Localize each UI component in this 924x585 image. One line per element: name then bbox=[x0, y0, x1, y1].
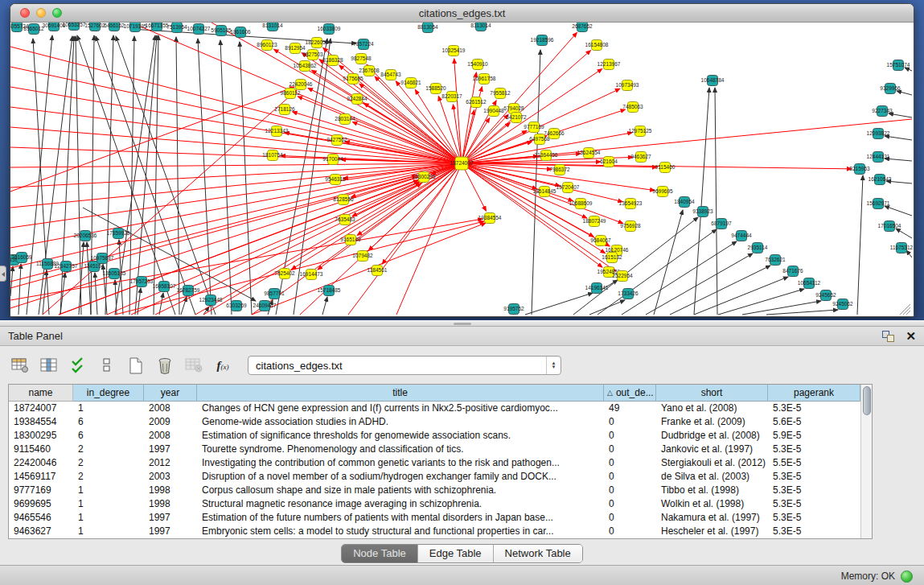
graph-node[interactable]: 1527602 bbox=[84, 23, 105, 31]
graph-node[interactable]: 2522954 bbox=[612, 271, 633, 282]
table-row[interactable]: 1456911722003Disruption of a novel membe… bbox=[9, 470, 860, 484]
graph-node[interactable]: 16961758 bbox=[473, 74, 496, 84]
table-cell[interactable]: 1 bbox=[73, 497, 144, 511]
graph-node[interactable]: 8454743 bbox=[380, 70, 401, 80]
table-cell[interactable]: Hescheler et al. (1997) bbox=[656, 525, 768, 538]
table-cell[interactable]: Investigating the contribution of common… bbox=[197, 456, 604, 470]
table-cell[interactable]: 9699695 bbox=[9, 497, 73, 511]
graph-node[interactable]: 9474444 bbox=[731, 231, 752, 241]
table-row[interactable]: 1830029562008Estimation of significance … bbox=[9, 429, 860, 443]
graph-node[interactable]: 7632621 bbox=[765, 255, 786, 266]
network-view-window[interactable]: citations_edges.txt 24055724896501230691… bbox=[10, 3, 914, 317]
graph-node[interactable]: 24609417 bbox=[253, 301, 277, 311]
table-row[interactable]: 946554611997Estimation of the future num… bbox=[9, 511, 860, 525]
table-cell[interactable]: 2 bbox=[73, 470, 144, 484]
graph-node[interactable]: 10653257 bbox=[63, 23, 86, 31]
column-header-short[interactable]: short bbox=[656, 385, 768, 402]
graph-node[interactable]: 21364456 bbox=[535, 150, 558, 161]
table-row[interactable]: 1872400712008Changes of HCN gene express… bbox=[9, 402, 860, 415]
graph-node[interactable]: 19218596 bbox=[531, 35, 554, 46]
graph-node[interactable]: 16033809 bbox=[318, 24, 341, 35]
table-cell[interactable]: Nakamura et al. (1997) bbox=[656, 511, 768, 525]
table-cell[interactable]: 2003 bbox=[144, 470, 197, 484]
graph-node[interactable]: 1615132 bbox=[602, 253, 622, 263]
table-cell[interactable]: 0 bbox=[604, 525, 656, 538]
graph-node[interactable]: 9338923 bbox=[692, 207, 713, 217]
float-panel-icon[interactable] bbox=[882, 331, 894, 342]
scrollbar-thumb[interactable] bbox=[863, 386, 871, 415]
memory-indicator[interactable] bbox=[901, 571, 913, 583]
table-cell[interactable]: de Silva et al. (2003) bbox=[656, 470, 768, 484]
table-cell[interactable]: 6 bbox=[73, 415, 144, 429]
graph-node[interactable]: 16210643 bbox=[869, 175, 892, 185]
table-cell[interactable]: 5.3E-5 bbox=[768, 470, 860, 484]
graph-node[interactable]: 6466162 bbox=[104, 23, 125, 31]
graph-node[interactable]: 9463627 bbox=[630, 152, 651, 163]
graph-node[interactable]: 10543862 bbox=[294, 61, 317, 72]
table-selector-dropdown[interactable]: citations_edges.txt ▲▼ bbox=[248, 356, 561, 375]
graph-node[interactable]: 6879197 bbox=[711, 219, 732, 229]
graph-node[interactable]: 12213967 bbox=[598, 60, 621, 70]
tab-node-table[interactable]: Node Table bbox=[342, 545, 418, 562]
graph-node[interactable]: 12975125 bbox=[629, 126, 652, 137]
graph-node[interactable]: 9227343 bbox=[872, 106, 893, 117]
graph-node[interactable]: 9756928 bbox=[620, 221, 641, 232]
graph-node[interactable]: 10719195 bbox=[124, 23, 147, 32]
table-cell[interactable]: 0 bbox=[604, 456, 656, 470]
graph-node[interactable]: 1540910 bbox=[467, 60, 488, 70]
table-cell[interactable]: 1997 bbox=[144, 511, 197, 525]
table-cell[interactable]: 5.9E-5 bbox=[768, 429, 860, 443]
table-cell[interactable]: 1 bbox=[73, 525, 144, 538]
tab-edge-table[interactable]: Edge Table bbox=[418, 545, 494, 562]
function-builder-button[interactable]: f(x) bbox=[211, 354, 235, 377]
graph-node[interactable]: 7986372 bbox=[549, 165, 570, 175]
graph-node[interactable]: 9245652 bbox=[815, 290, 836, 301]
graph-node[interactable]: 1840954 bbox=[674, 197, 695, 208]
window-titlebar[interactable]: citations_edges.txt bbox=[10, 4, 914, 23]
table-cell[interactable]: Tibbo et al. (1998) bbox=[656, 484, 768, 497]
graph-node[interactable]: 1810754 bbox=[262, 150, 283, 161]
table-cell[interactable]: 0 bbox=[604, 484, 656, 497]
table-cell[interactable]: 22420046 bbox=[9, 456, 73, 470]
table-row[interactable]: 969969511998Structural magnetic resonanc… bbox=[9, 497, 860, 511]
graph-node[interactable]: 8131014 bbox=[262, 23, 283, 31]
horizontal-splitter[interactable] bbox=[0, 320, 924, 327]
graph-node[interactable]: 12444131 bbox=[867, 152, 890, 163]
table-cell[interactable]: 1998 bbox=[144, 484, 197, 497]
table-cell[interactable]: Structural magnetic resonance image aver… bbox=[197, 497, 604, 511]
table-cell[interactable]: 49 bbox=[604, 402, 656, 415]
graph-node[interactable]: 10325419 bbox=[442, 46, 466, 56]
graph-node[interactable]: 12213343 bbox=[265, 126, 289, 137]
column-header-name[interactable]: name bbox=[9, 385, 73, 402]
graph-node[interactable]: 17957253 bbox=[130, 277, 154, 287]
graph-node[interactable]: 8471676 bbox=[782, 266, 803, 277]
table-cell[interactable]: 2008 bbox=[144, 402, 197, 415]
table-cell[interactable]: Yano et al. (2008) bbox=[656, 402, 768, 415]
graph-node[interactable]: 11675312 bbox=[890, 243, 914, 253]
table-cell[interactable]: 2 bbox=[73, 443, 144, 456]
graph-node[interactable]: 12093822 bbox=[867, 129, 890, 139]
table-cell[interactable]: 0 bbox=[604, 415, 656, 429]
table-cell[interactable]: 0 bbox=[604, 511, 656, 525]
table-cell[interactable]: 5.3E-5 bbox=[768, 497, 860, 511]
graph-node[interactable]: 9684067 bbox=[590, 236, 611, 246]
table-cell[interactable]: Estimation of the future numbers of pati… bbox=[197, 511, 604, 525]
table-cell[interactable]: 5.5E-5 bbox=[768, 456, 860, 470]
graph-node[interactable]: 13654923 bbox=[619, 199, 643, 209]
graph-node[interactable]: 6261512 bbox=[466, 97, 487, 108]
graph-node[interactable]: 15692971 bbox=[867, 199, 890, 209]
table-cell[interactable]: Wolkin et al. (1998) bbox=[656, 497, 768, 511]
table-cell[interactable]: Changes of HCN gene expression and I(f) … bbox=[197, 402, 604, 415]
graph-node[interactable]: 2687652 bbox=[572, 23, 593, 32]
graph-node[interactable]: 7857224 bbox=[353, 39, 374, 50]
graph-node[interactable]: 8960123 bbox=[257, 40, 277, 51]
graph-node[interactable]: 9546318 bbox=[325, 175, 346, 185]
graph-node[interactable]: 1184561 bbox=[368, 266, 388, 276]
graph-node[interactable]: 9827548 bbox=[351, 54, 372, 64]
graph-node[interactable]: 14196141 bbox=[585, 283, 609, 294]
table-cell[interactable]: 5.3E-5 bbox=[768, 484, 860, 497]
graph-node[interactable]: 15720407 bbox=[556, 183, 580, 193]
graph-node[interactable]: 8965012 bbox=[23, 24, 44, 35]
table-cell[interactable]: Corpus callosum shape and size in male p… bbox=[197, 484, 604, 497]
graph-node[interactable]: 10654112 bbox=[798, 278, 821, 289]
